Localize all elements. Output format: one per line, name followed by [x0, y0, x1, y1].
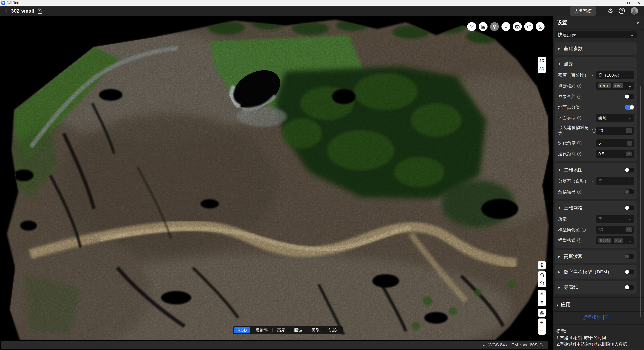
dji-modify-button[interactable]: 大疆智模	[570, 6, 596, 15]
camera-position-button[interactable]	[490, 22, 499, 31]
point-cloud-header[interactable]: ▼ 点云	[558, 60, 634, 68]
basic-params-header[interactable]: ▶ 基础参数	[558, 44, 634, 53]
view-2d-button[interactable]: 2D	[538, 57, 546, 65]
mode-class[interactable]: 类型	[307, 326, 324, 334]
dem-header[interactable]: ▶ 数字高程模型（DEM）	[558, 268, 634, 276]
density-label-text: 密度（百分比）	[558, 72, 589, 78]
point-filter-button[interactable]	[467, 22, 476, 31]
info-icon[interactable]: i	[582, 228, 586, 232]
point-size-increase-button[interactable]	[538, 271, 546, 279]
card-dem: ▶ 数字高程模型（DEM）	[555, 265, 636, 279]
caret-down-icon: ▼	[558, 62, 564, 66]
format-select[interactable]: PNTS LAS ⌄	[596, 82, 634, 90]
iter-angle-value: 6	[598, 141, 627, 146]
contour-header[interactable]: ▶ 等高线	[558, 283, 634, 292]
info-icon[interactable]: i	[577, 84, 582, 88]
chevron-down-icon[interactable]: ⌄	[590, 180, 594, 182]
dem-toggle[interactable]	[624, 270, 634, 274]
unit-badge: %	[626, 227, 632, 232]
density-label: 密度（百分比） ⌄	[558, 72, 593, 78]
iter-dist-input[interactable]: 0.5 m	[596, 150, 634, 158]
crs-edit-icon[interactable]: ✎	[540, 343, 544, 347]
restore-button[interactable]	[623, 0, 634, 6]
dji-terra-window: DJI Terra ✕ ‹ 302 small ✎ 大疆智模 ⚙ ?	[0, 0, 644, 350]
zoom-out-button[interactable]: −	[538, 327, 546, 335]
point-size-decrease-button[interactable]	[538, 279, 546, 287]
info-icon[interactable]: i	[577, 141, 582, 145]
panel-collapse-icon[interactable]: »	[636, 19, 640, 26]
map-2d-header[interactable]: ▼ 二维地图	[558, 166, 634, 174]
grid-toggle-button[interactable]	[538, 309, 546, 317]
dimension-toggle: 2D 3D	[538, 57, 546, 73]
info-icon[interactable]: i	[577, 190, 582, 194]
flight-route-button[interactable]	[524, 22, 533, 31]
panel-scrollbar[interactable]	[640, 86, 641, 317]
info-icon[interactable]: i	[592, 129, 596, 133]
help-icon[interactable]: ?	[619, 8, 625, 14]
mode-trajectory[interactable]: 轨迹	[324, 326, 342, 334]
simplify-input[interactable]: 50 %	[596, 226, 634, 234]
max-diagonal-input[interactable]: 20 m	[596, 127, 634, 135]
info-icon[interactable]: i	[577, 238, 582, 243]
view-3d-button[interactable]: 3D	[538, 65, 546, 73]
user-avatar[interactable]	[630, 7, 638, 14]
application-section[interactable]: › 应用	[555, 298, 636, 311]
unshaded-view-button[interactable]	[538, 298, 546, 306]
viewport-3d[interactable]: 2D 3D	[0, 16, 555, 350]
preset-template-select[interactable]: 快速点云 ⌄	[555, 31, 636, 38]
resolution-select[interactable]: 高 ⌄	[596, 177, 634, 185]
mode-rgb[interactable]: RGB	[234, 327, 250, 333]
model-format-select[interactable]: B3DM PLY ⌄	[596, 236, 634, 244]
settings-gear-icon[interactable]: ⚙	[608, 7, 613, 14]
merge-toggle[interactable]	[624, 94, 634, 99]
quality-select[interactable]: 高 ⌄	[596, 215, 634, 223]
shaded-view-button[interactable]	[538, 290, 546, 298]
info-icon[interactable]: i	[577, 94, 582, 99]
gaussian-toggle[interactable]	[624, 254, 634, 259]
model-chip-b3dm: B3DM	[598, 238, 612, 243]
max-diagonal-value: 20	[598, 128, 626, 133]
chevron-down-icon[interactable]: ⌄	[590, 74, 594, 76]
quality-report-link[interactable]: 质量报告	[583, 315, 601, 320]
density-select[interactable]: 高（100%） ⌄	[596, 71, 634, 79]
grid-icon	[539, 310, 544, 315]
card-basic-params: ▶ 基础参数	[555, 42, 636, 55]
card-gaussian-splat: ▶ 高斯泼溅	[555, 250, 636, 263]
map-2d-toggle[interactable]	[624, 168, 634, 172]
mode-height[interactable]: 高度	[272, 326, 290, 334]
unit-badge: m	[626, 128, 632, 133]
info-icon[interactable]: i	[577, 152, 582, 156]
photo-positions-button[interactable]	[513, 22, 522, 31]
settings-panel-header: 设置 »	[554, 16, 644, 29]
merge-label: 成果合并 i	[558, 94, 582, 100]
minimize-button[interactable]	[613, 0, 623, 6]
max-diagonal-label-text: 最大建筑物对角线	[558, 125, 590, 136]
zoom-in-button[interactable]: +	[538, 319, 546, 327]
iter-angle-input[interactable]: 6 °	[596, 139, 634, 147]
measure-button[interactable]	[536, 22, 544, 31]
terrain-profile-button[interactable]	[479, 22, 488, 31]
tiled-output-toggle[interactable]	[624, 189, 634, 194]
rtk-signal-button[interactable]	[502, 22, 510, 31]
ruler-icon	[538, 24, 543, 29]
format-chips: PNTS LAS	[598, 84, 628, 88]
mode-return[interactable]: 回波	[290, 326, 307, 334]
ground-class-toggle[interactable]	[624, 105, 634, 110]
close-button[interactable]: ✕	[634, 0, 644, 6]
point-cloud-render[interactable]	[0, 16, 555, 340]
ground-type-select[interactable]: 缓坡 ⌄	[596, 114, 634, 122]
back-button[interactable]: ‹	[5, 8, 7, 13]
tips-title: 提示:	[556, 328, 636, 335]
mesh-3d-toggle[interactable]	[624, 206, 634, 210]
tips-line-1: 1.重建可能占用较长的时间	[556, 335, 636, 341]
mode-reflectivity[interactable]: 反射率	[251, 326, 272, 334]
iter-dist-label: 迭代距离 i	[558, 151, 582, 157]
cube-dark-icon	[540, 300, 544, 305]
info-icon[interactable]: i	[577, 116, 582, 120]
gaussian-header[interactable]: ▶ 高斯泼溅	[558, 252, 634, 261]
contour-toggle[interactable]	[624, 285, 634, 290]
mesh-3d-header[interactable]: ▼ 三维网格	[558, 204, 634, 212]
model-format-label: 模型格式 i	[558, 238, 582, 243]
edit-project-name-icon[interactable]: ✎	[38, 7, 42, 14]
orbit-reset-button[interactable]	[538, 261, 546, 269]
